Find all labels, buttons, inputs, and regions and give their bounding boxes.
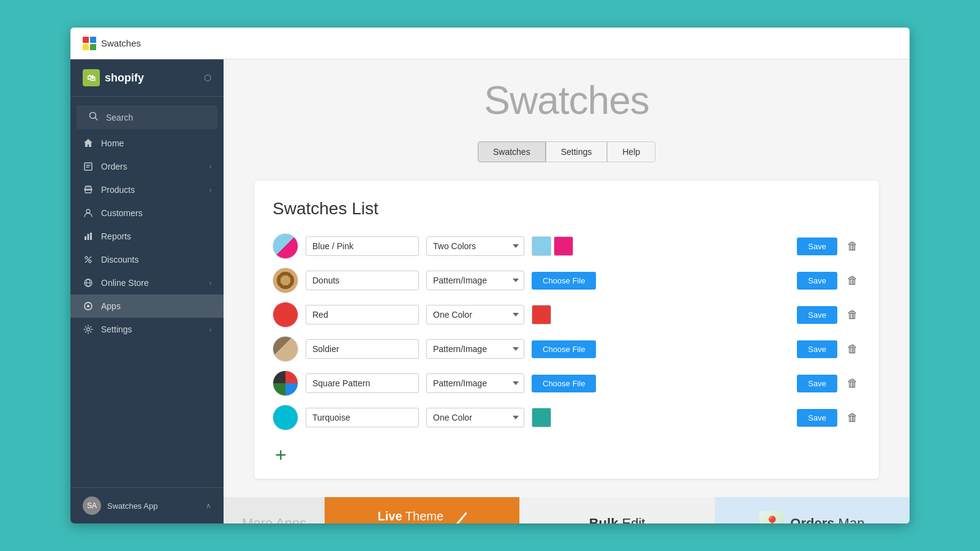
sidebar-item-orders[interactable]: Orders › bbox=[70, 155, 224, 178]
color-btn-red-3[interactable] bbox=[532, 305, 551, 324]
delete-button-2[interactable]: 🗑 bbox=[845, 272, 861, 290]
banner-card-live-theme[interactable]: Live ThemeEditor bbox=[325, 497, 519, 523]
sidebar-item-products[interactable]: Products › bbox=[70, 178, 224, 201]
svg-point-20 bbox=[87, 328, 90, 331]
svg-rect-2 bbox=[83, 44, 89, 50]
apps-icon bbox=[83, 301, 94, 312]
save-button-4[interactable]: Save bbox=[797, 340, 837, 358]
choose-file-button-5[interactable]: Choose File bbox=[532, 375, 596, 392]
swatch-name-input-2[interactable] bbox=[306, 271, 419, 290]
svg-line-21 bbox=[448, 512, 467, 524]
search-icon bbox=[89, 111, 99, 123]
swatches-app-icon bbox=[83, 37, 96, 50]
svg-rect-3 bbox=[90, 44, 96, 50]
home-icon bbox=[83, 138, 94, 149]
two-colors-container-1 bbox=[532, 236, 573, 256]
delete-button-5[interactable]: 🗑 bbox=[845, 375, 861, 392]
save-button-3[interactable]: Save bbox=[797, 306, 837, 324]
tab-swatches[interactable]: Swatches bbox=[478, 141, 546, 162]
save-button-2[interactable]: Save bbox=[797, 272, 837, 290]
save-button-1[interactable]: Save bbox=[797, 238, 837, 255]
delete-button-3[interactable]: 🗑 bbox=[845, 306, 861, 324]
swatch-name-input-6[interactable] bbox=[306, 408, 419, 427]
svg-line-14 bbox=[85, 257, 91, 263]
table-row: One Color Two Colors Pattern/Image Choos… bbox=[273, 370, 861, 396]
bulk-edit-text: Bulk Edit bbox=[589, 515, 646, 524]
swatch-name-input-5[interactable] bbox=[306, 373, 419, 393]
save-button-5[interactable]: Save bbox=[797, 375, 837, 392]
shopify-logo: 🛍 shopify bbox=[83, 69, 144, 86]
table-row: One Color Two Colors Pattern/Image Choos… bbox=[273, 336, 861, 362]
sidebar-item-settings[interactable]: Settings › bbox=[70, 318, 224, 341]
online-store-icon bbox=[83, 277, 94, 288]
swatch-type-select-6[interactable]: One Color Two Colors Pattern/Image bbox=[426, 408, 524, 427]
sidebar-item-search[interactable]: Search bbox=[77, 105, 217, 129]
footer-app-name: Swatches App bbox=[107, 501, 157, 511]
map-icon: 📍 bbox=[760, 511, 784, 524]
swatch-name-input-4[interactable] bbox=[306, 339, 419, 359]
delete-button-6[interactable]: 🗑 bbox=[845, 409, 861, 427]
sidebar-item-apps[interactable]: Apps bbox=[70, 294, 224, 318]
delete-button-1[interactable]: 🗑 bbox=[845, 238, 861, 255]
sidebar: 🛍 shopify ⬡ Search bbox=[70, 59, 224, 523]
table-row: One Color Two Colors Pattern/Image Save … bbox=[273, 405, 861, 430]
sidebar-footer[interactable]: SA Swatches App ∧ bbox=[70, 487, 224, 523]
sidebar-item-online-store[interactable]: Online Store › bbox=[70, 271, 224, 294]
apps-label: Apps bbox=[101, 301, 121, 311]
color-btn-blue-1[interactable] bbox=[532, 236, 551, 256]
reports-label: Reports bbox=[101, 231, 131, 241]
top-bar-title: Swatches bbox=[83, 37, 141, 50]
swatch-preview-3 bbox=[273, 302, 298, 328]
external-link-icon[interactable]: ⬡ bbox=[204, 73, 211, 83]
add-swatch-button[interactable]: + bbox=[273, 444, 289, 467]
swatch-type-select-1[interactable]: One Color Two Colors Pattern/Image bbox=[426, 236, 524, 256]
orders-icon bbox=[83, 161, 94, 172]
swatch-preview-4 bbox=[273, 336, 298, 362]
banner-card-bulk-edit[interactable]: Bulk Edit bbox=[519, 497, 714, 523]
sidebar-item-home[interactable]: Home bbox=[70, 132, 224, 155]
tab-help[interactable]: Help bbox=[607, 141, 655, 162]
swatch-type-select-4[interactable]: One Color Two Colors Pattern/Image bbox=[426, 339, 524, 359]
svg-point-13 bbox=[89, 260, 91, 263]
swatch-type-select-3[interactable]: One Color Two Colors Pattern/Image bbox=[426, 305, 524, 324]
customers-icon bbox=[83, 208, 94, 219]
settings-icon bbox=[83, 324, 94, 335]
choose-file-button-2[interactable]: Choose File bbox=[532, 272, 596, 290]
orders-chevron: › bbox=[209, 163, 211, 170]
color-btn-green-6[interactable] bbox=[532, 408, 551, 427]
swatch-name-input-1[interactable] bbox=[306, 236, 419, 256]
table-row: One Color Two Colors Pattern/Image Save … bbox=[273, 302, 861, 328]
choose-file-button-4[interactable]: Choose File bbox=[532, 340, 596, 358]
svg-rect-11 bbox=[90, 233, 92, 240]
swatch-name-input-3[interactable] bbox=[306, 305, 419, 324]
bottom-banner: More Apps Live ThemeEditor Bulk Edit bbox=[224, 497, 910, 523]
page-big-title: Swatches bbox=[248, 78, 885, 123]
reports-icon bbox=[83, 231, 94, 242]
svg-rect-1 bbox=[90, 37, 96, 43]
online-store-label: Online Store bbox=[101, 278, 149, 288]
svg-point-19 bbox=[87, 305, 89, 307]
sidebar-nav: Search Home bbox=[70, 97, 224, 487]
sidebar-header: 🛍 shopify ⬡ bbox=[70, 59, 224, 97]
svg-point-8 bbox=[86, 209, 90, 213]
save-button-6[interactable]: Save bbox=[797, 409, 837, 427]
orders-map-text: Orders Map bbox=[790, 515, 864, 524]
card-title: Swatches List bbox=[273, 199, 861, 219]
products-label: Products bbox=[101, 185, 135, 195]
banner-cards: Live ThemeEditor Bulk Edit 📍 bbox=[325, 497, 910, 523]
color-btn-pink-1[interactable] bbox=[554, 236, 573, 256]
svg-rect-0 bbox=[83, 37, 89, 43]
content-area: Swatches Swatches Settings Help Swatches… bbox=[224, 59, 910, 523]
swatch-type-select-5[interactable]: One Color Two Colors Pattern/Image bbox=[426, 373, 524, 393]
tab-settings[interactable]: Settings bbox=[546, 141, 608, 162]
swatch-type-select-2[interactable]: One Color Two Colors Pattern/Image bbox=[426, 271, 524, 290]
sidebar-item-customers[interactable]: Customers bbox=[70, 201, 224, 225]
svg-rect-6 bbox=[85, 163, 92, 170]
footer-chevron: ∧ bbox=[206, 501, 211, 510]
sidebar-item-reports[interactable]: Reports bbox=[70, 225, 224, 248]
swatches-card: Swatches List One Color Two Colors Patte… bbox=[254, 181, 879, 479]
banner-card-orders-map[interactable]: 📍 Orders Map bbox=[715, 497, 910, 523]
delete-button-4[interactable]: 🗑 bbox=[845, 340, 861, 358]
products-chevron: › bbox=[209, 187, 211, 193]
sidebar-item-discounts[interactable]: Discounts bbox=[70, 248, 224, 271]
